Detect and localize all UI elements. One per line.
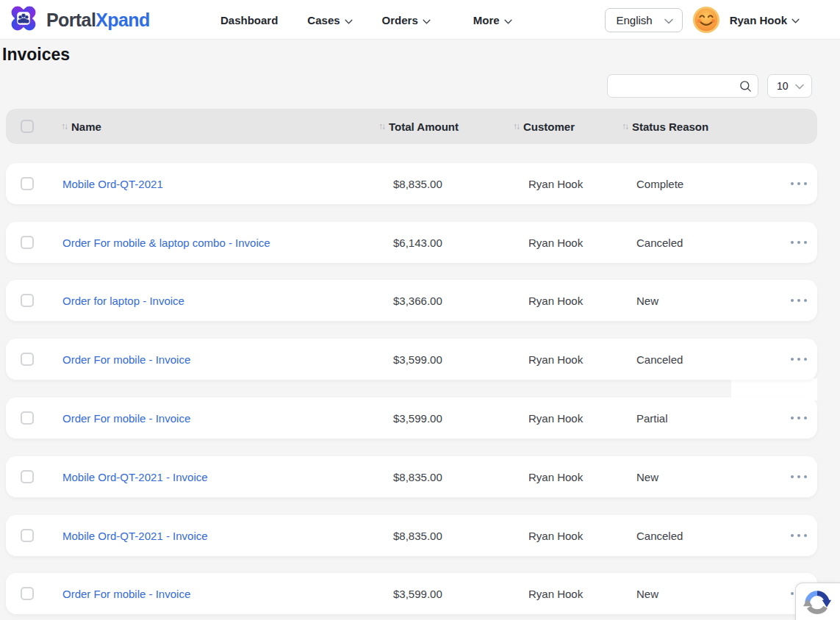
column-header-total-amount[interactable]: ↑↓ Total Amount — [378, 109, 459, 144]
row-actions-button[interactable] — [789, 353, 808, 365]
status-reason-cell: Canceled — [636, 353, 683, 366]
chevron-down-icon — [795, 80, 804, 92]
total-amount-cell: $6,143.00 — [393, 237, 442, 249]
total-amount-cell: $8,835.00 — [393, 471, 442, 483]
table-header-row: ↑↓ Name ↑↓ Total Amount ↑↓ Customer ↑↓ S… — [6, 109, 817, 144]
column-label: Customer — [523, 120, 575, 133]
nav-label: Dashboard — [220, 14, 278, 26]
row-checkbox[interactable] — [21, 411, 34, 425]
user-avatar[interactable] — [692, 6, 720, 34]
user-menu[interactable]: Ryan Hook — [730, 13, 800, 26]
top-navbar: PortalXpand Dashboard Cases Orders More … — [0, 0, 840, 40]
table-row: Order For mobile - Invoice $3,599.00 Rya… — [6, 339, 817, 380]
customer-cell: Ryan Hook — [528, 237, 583, 249]
table-row: Order For mobile - Invoice $3,599.00 Rya… — [6, 397, 817, 439]
customer-cell: Ryan Hook — [528, 353, 583, 366]
recaptcha-badge — [795, 583, 840, 620]
customer-cell: Ryan Hook — [528, 295, 583, 307]
chevron-down-icon — [423, 14, 431, 26]
table-row: Order For mobile - Invoice $3,599.00 Rya… — [6, 573, 817, 614]
total-amount-cell: $3,366.00 — [393, 295, 442, 307]
column-header-status-reason[interactable]: ↑↓ Status Reason — [622, 109, 708, 144]
chevron-down-icon — [664, 14, 673, 26]
search-input[interactable] — [608, 75, 734, 97]
chevron-down-icon — [345, 14, 353, 26]
customer-cell: Ryan Hook — [528, 178, 583, 190]
customer-cell: Ryan Hook — [528, 530, 583, 542]
row-actions-button[interactable] — [789, 295, 808, 306]
nav-item-more[interactable]: More — [473, 14, 512, 26]
invoice-name-link[interactable]: Order For mobile - Invoice — [62, 353, 190, 366]
customer-cell: Ryan Hook — [528, 471, 583, 483]
row-actions-button[interactable] — [789, 178, 808, 190]
chevron-down-icon — [791, 13, 800, 26]
row-checkbox[interactable] — [21, 529, 34, 542]
invoice-name-link[interactable]: Order for laptop - Invoice — [62, 295, 184, 307]
nav-item-orders[interactable]: Orders — [382, 14, 431, 26]
invoice-name-link[interactable]: Mobile Ord-QT-2021 - Invoice — [62, 530, 208, 542]
language-selector[interactable]: English — [605, 8, 682, 32]
invoice-name-link[interactable]: Mobile Ord-QT-2021 — [62, 178, 163, 190]
portalxpand-logo-icon — [7, 2, 40, 37]
recaptcha-logo-icon — [803, 588, 832, 620]
row-actions-button[interactable] — [789, 237, 808, 248]
nav-item-cases[interactable]: Cases — [307, 14, 352, 26]
total-amount-cell: $3,599.00 — [393, 412, 442, 425]
sort-icon[interactable]: ↑↓ — [513, 121, 519, 131]
row-checkbox[interactable] — [21, 236, 34, 249]
column-label: Status Reason — [632, 120, 708, 133]
total-amount-cell: $3,599.00 — [393, 588, 442, 600]
column-label: Name — [71, 120, 101, 133]
sort-icon[interactable]: ↑↓ — [378, 121, 384, 131]
row-actions-button[interactable] — [789, 530, 808, 541]
invoice-name-link[interactable]: Order For mobile - Invoice — [62, 588, 190, 600]
nav-label: Cases — [307, 14, 340, 26]
table-row: Order For mobile & laptop combo - Invoic… — [6, 222, 817, 263]
status-reason-cell: Partial — [636, 412, 668, 425]
table-row: Mobile Ord-QT-2021 - Invoice $8,835.00 R… — [6, 456, 817, 497]
table-row: Order for laptop - Invoice $3,366.00 Rya… — [6, 280, 817, 321]
page-title: Invoices — [2, 45, 70, 65]
column-label: Total Amount — [389, 120, 459, 133]
status-reason-cell: Complete — [636, 178, 683, 190]
page-size-select[interactable]: 10 — [767, 74, 812, 98]
main-nav: Dashboard Cases Orders More — [220, 0, 512, 40]
status-reason-cell: New — [636, 471, 658, 483]
invoice-name-link[interactable]: Mobile Ord-QT-2021 - Invoice — [62, 471, 208, 483]
status-reason-cell: Canceled — [636, 237, 683, 249]
invoice-name-link[interactable]: Order For mobile - Invoice — [62, 412, 190, 425]
nav-item-dashboard[interactable]: Dashboard — [220, 14, 278, 26]
invoice-name-link[interactable]: Order For mobile & laptop combo - Invoic… — [62, 237, 270, 249]
nav-label: Orders — [382, 14, 418, 26]
row-actions-button[interactable] — [789, 471, 808, 483]
customer-cell: Ryan Hook — [528, 412, 583, 425]
row-actions-button[interactable] — [789, 412, 808, 424]
sort-icon[interactable]: ↑↓ — [622, 121, 628, 131]
table-search — [607, 74, 758, 98]
select-all-checkbox[interactable] — [21, 120, 34, 133]
chevron-down-icon — [504, 14, 512, 26]
row-checkbox[interactable] — [21, 587, 34, 600]
table-row: Mobile Ord-QT-2021 - Invoice $8,835.00 R… — [6, 515, 817, 556]
brand-wordmark: PortalXpand — [46, 11, 150, 29]
status-reason-cell: Canceled — [636, 530, 683, 542]
status-reason-cell: New — [636, 588, 658, 600]
row-checkbox[interactable] — [21, 470, 34, 483]
column-header-name[interactable]: ↑↓ Name — [61, 109, 101, 144]
table-row: Mobile Ord-QT-2021 $8,835.00 Ryan Hook C… — [6, 163, 817, 204]
column-header-customer[interactable]: ↑↓ Customer — [513, 109, 575, 144]
brand-logo-link[interactable]: PortalXpand — [7, 4, 150, 36]
row-checkbox[interactable] — [21, 177, 34, 190]
sort-icon[interactable]: ↑↓ — [61, 121, 67, 131]
user-name: Ryan Hook — [730, 14, 787, 26]
row-checkbox[interactable] — [21, 353, 34, 366]
nav-label: More — [473, 14, 500, 26]
language-selected-value: English — [616, 14, 652, 26]
total-amount-cell: $8,835.00 — [393, 178, 442, 190]
row-checkbox[interactable] — [21, 294, 34, 307]
status-reason-cell: New — [636, 295, 658, 307]
total-amount-cell: $3,599.00 — [393, 353, 442, 366]
page-size-value: 10 — [777, 80, 789, 92]
navbar-right-group: English — [605, 0, 800, 40]
search-icon[interactable] — [734, 75, 756, 97]
